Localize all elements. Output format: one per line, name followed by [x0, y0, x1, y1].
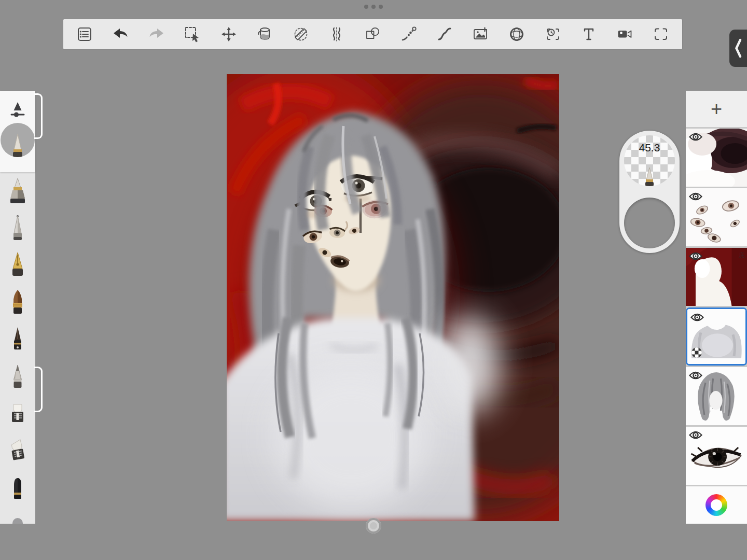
layer-hair[interactable] [686, 367, 747, 425]
symmetry-icon[interactable] [326, 22, 348, 46]
menu-icon[interactable] [74, 22, 95, 46]
undo-icon[interactable] [109, 22, 131, 46]
brush-ballpoint-pen[interactable] [7, 214, 28, 243]
brush-tip-icon [10, 133, 25, 157]
import-image-icon[interactable] [470, 22, 492, 46]
layer-visibility-icon[interactable] [689, 132, 702, 144]
redo-icon[interactable] [146, 22, 168, 46]
selection-icon[interactable] [182, 22, 203, 46]
add-layer-label: + [711, 99, 722, 119]
brush-group-handle-bottom[interactable] [34, 367, 43, 412]
fill-bucket-icon[interactable] [254, 22, 275, 46]
brush-next-partial[interactable] [11, 517, 24, 524]
brush-fountain-pen[interactable] [7, 251, 28, 280]
brush-detail-brush[interactable] [7, 326, 28, 355]
canvas[interactable] [227, 74, 559, 521]
record-video-icon[interactable] [614, 22, 636, 46]
shapes-icon[interactable] [362, 22, 384, 46]
brush-round-marker[interactable] [7, 475, 28, 504]
layer-scattered-eyes[interactable] [686, 188, 747, 246]
brush-settings-card [0, 91, 35, 172]
color-picker-card[interactable] [686, 486, 747, 524]
transform-icon[interactable] [218, 22, 240, 46]
layer-red-base[interactable]: 底 [686, 248, 747, 306]
brush-size-puck[interactable]: 45.3 [624, 135, 675, 186]
guides-ruler-icon[interactable] [290, 22, 312, 46]
brush-size-value: 45.3 [624, 142, 675, 154]
layer-name-label: 底 [739, 251, 745, 260]
curve-stroke-icon[interactable] [434, 22, 455, 46]
color-wheel-icon[interactable] [706, 494, 727, 516]
layer-visibility-icon[interactable] [690, 313, 704, 324]
chevron-left-icon [734, 37, 743, 60]
layer-visibility-icon[interactable] [689, 251, 702, 263]
app-window: 45.3 + [0, 0, 747, 560]
brush-list [0, 176, 35, 504]
brush-flat-marker[interactable] [7, 400, 28, 429]
top-toolbar [63, 19, 682, 49]
brush-flat-marker-tilted[interactable] [7, 438, 28, 467]
panel-collapse-tab[interactable] [729, 30, 747, 67]
brush-panel [0, 91, 35, 524]
color-puck[interactable] [624, 198, 675, 248]
brush-color-puck[interactable]: 45.3 [619, 131, 680, 253]
multitask-dots-icon [364, 5, 383, 9]
predictive-stroke-icon[interactable] [398, 22, 420, 46]
brush-size-slider-icon[interactable] [9, 100, 26, 118]
add-layer-button[interactable]: + [686, 91, 747, 127]
layer-visibility-icon[interactable] [689, 192, 702, 203]
layer-visibility-icon[interactable] [689, 371, 702, 382]
time-lapse-icon[interactable] [542, 22, 564, 46]
layer-eye-closeup[interactable] [686, 129, 747, 187]
layer-sweater-selected[interactable] [686, 307, 747, 366]
text-tool-icon[interactable] [578, 22, 600, 46]
canvas-rotate-handle[interactable] [366, 518, 381, 534]
layers-panel: + [686, 91, 747, 524]
layer-eye-sketch[interactable] [686, 427, 747, 485]
brush-airbrush[interactable] [7, 176, 28, 205]
brush-group-handle-top[interactable] [34, 93, 43, 139]
fullscreen-icon[interactable] [650, 22, 672, 46]
layer-transform-icon[interactable] [691, 347, 702, 360]
current-brush-preview[interactable] [1, 123, 35, 157]
brush-pencil[interactable] [7, 363, 28, 392]
puck-brush-tip-icon [644, 166, 655, 186]
canvas-artwork [227, 74, 559, 521]
brush-round-brush[interactable] [7, 288, 28, 317]
layer-visibility-icon[interactable] [689, 430, 702, 442]
perspective-grid-icon[interactable] [506, 22, 528, 46]
